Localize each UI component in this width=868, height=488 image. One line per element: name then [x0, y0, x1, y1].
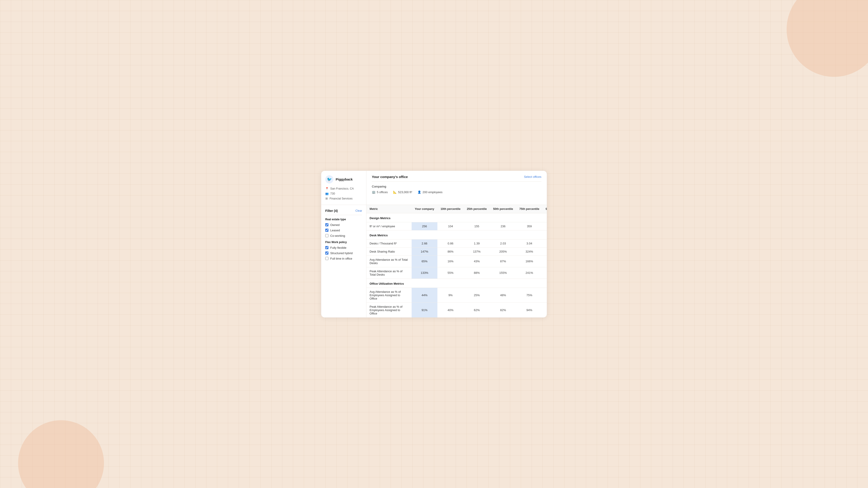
- company-location: San Francisco, CA: [330, 187, 354, 190]
- p25-cell: 43%: [464, 256, 490, 267]
- p50-cell: 155%: [490, 267, 516, 279]
- table-section-header: Desk Metrics: [366, 230, 547, 239]
- employees-row: 👥 730: [325, 192, 362, 195]
- your-company-cell: 91%: [412, 302, 437, 318]
- fully-flexible-checkbox-item[interactable]: Fully flexible: [325, 246, 362, 250]
- p25-cell: 137%: [464, 248, 490, 256]
- section-title: Desk Metrics: [366, 230, 547, 239]
- table-row: Avg Attendance as % of Employees Assigne…: [366, 288, 547, 302]
- flex-work-filter-group: Flex Work policy Fully flexible Structur…: [325, 240, 362, 260]
- flex-work-label: Flex Work policy: [325, 240, 362, 244]
- fully-flexible-label: Fully flexible: [330, 246, 346, 250]
- p75-cell: 359: [516, 222, 542, 230]
- industry-row: 🏛 Financial Services: [325, 197, 362, 200]
- p75-cell: 241%: [516, 267, 542, 279]
- p90-cell: 477%: [542, 248, 547, 256]
- p10-cell: 0.86: [437, 239, 464, 248]
- p25-cell: 155: [464, 222, 490, 230]
- your-company-cell: 44%: [412, 288, 437, 302]
- sqft-value: 523,000 ft²: [398, 191, 412, 194]
- p10-cell: 40%: [437, 302, 464, 318]
- p50-cell: 48%: [490, 288, 516, 302]
- p25-cell: 62%: [464, 302, 490, 318]
- location-icon: 📍: [325, 187, 329, 190]
- filter-sidebar: Filter (4) Clear Real estate type Owned …: [321, 205, 366, 318]
- metric-cell: Peak Attendance as % of Total Desks: [366, 267, 412, 279]
- company-employees: 730: [330, 192, 335, 195]
- clear-button[interactable]: Clear: [355, 209, 362, 213]
- metric-cell: Peak Attendance as % of Employees Assign…: [366, 302, 412, 318]
- real-estate-filter-group: Real estate type Owned Leased Co-working: [325, 218, 362, 237]
- p50-cell: 205%: [490, 248, 516, 256]
- p90-cell: 562: [542, 222, 547, 230]
- p90-cell: 4.88: [542, 239, 547, 248]
- owned-checkbox[interactable]: [325, 223, 329, 226]
- metrics-table: Metric Your company 10th percentile 25th…: [366, 205, 547, 318]
- employees-icon: 👥: [325, 192, 329, 195]
- filter-header: Filter (4) Clear: [325, 209, 362, 215]
- bg-decoration-bottom-left: [18, 420, 104, 488]
- company-name: Piggyback: [336, 177, 352, 181]
- bottom-section: Filter (4) Clear Real estate type Owned …: [321, 205, 547, 318]
- p10-cell: 9%: [437, 288, 464, 302]
- p10-cell: 86%: [437, 248, 464, 256]
- p75-cell: 324%: [516, 248, 542, 256]
- leased-checkbox[interactable]: [325, 229, 329, 232]
- structured-hybrid-checkbox-item[interactable]: Structured hybrid: [325, 252, 362, 255]
- leased-label: Leased: [330, 229, 340, 232]
- industry-icon: 🏛: [325, 197, 328, 200]
- p10-cell: 55%: [437, 267, 464, 279]
- p90-cell: 98%: [542, 302, 547, 318]
- section-title: Office Utilization Metrics: [366, 279, 547, 288]
- p50-cell: 2.03: [490, 239, 516, 248]
- company-logo: 🐦: [325, 175, 333, 184]
- sqft-icon: 📐: [393, 191, 397, 194]
- table-header-row: Metric Your company 10th percentile 25th…: [366, 205, 547, 213]
- p25-cell: 1.39: [464, 239, 490, 248]
- company-header: 🐦 Piggyback: [325, 175, 362, 184]
- table-row: Desk Sharing Ratio147%86%137%205%324%477…: [366, 248, 547, 256]
- structured-hybrid-checkbox[interactable]: [325, 252, 329, 255]
- your-company-cell: 2.66: [412, 239, 437, 248]
- leased-checkbox-item[interactable]: Leased: [325, 229, 362, 232]
- table-body: Design Metricsft² or m² / employee256104…: [366, 213, 547, 318]
- your-company-cell: 133%: [412, 267, 437, 279]
- table-row: ft² or m² / employee256104155236359562: [366, 222, 547, 230]
- p75-cell: 94%: [516, 302, 542, 318]
- metric-cell: Avg Attendance as % of Employees Assigne…: [366, 288, 412, 302]
- select-offices-link[interactable]: Select offices: [524, 175, 541, 178]
- coworking-checkbox[interactable]: [325, 234, 329, 237]
- p90-cell: 266%: [542, 256, 547, 267]
- employees-stat-value: 200 employees: [423, 191, 442, 194]
- p25-cell: 25%: [464, 288, 490, 302]
- coworking-checkbox-item[interactable]: Co-working: [325, 234, 362, 237]
- full-time-checkbox-item[interactable]: Full time in office: [325, 257, 362, 260]
- table-section-header: Office Utilization Metrics: [366, 279, 547, 288]
- col-p50: 50th percentile: [490, 205, 516, 213]
- table-row: Peak Attendance as % of Employees Assign…: [366, 302, 547, 318]
- comparing-label: Comparing: [372, 185, 541, 188]
- full-time-checkbox[interactable]: [325, 257, 329, 260]
- col-p10: 10th percentile: [437, 205, 464, 213]
- owned-label: Owned: [330, 223, 340, 227]
- offices-icon: 🏢: [372, 191, 375, 194]
- sqft-stat: 📐 523,000 ft²: [393, 191, 412, 194]
- offices-stat: 🏢 5 offices: [372, 191, 388, 194]
- structured-hybrid-label: Structured hybrid: [330, 252, 352, 255]
- metric-cell: Desks / Thousand ft²: [366, 239, 412, 248]
- company-industry: Financial Services: [330, 197, 352, 200]
- owned-checkbox-item[interactable]: Owned: [325, 223, 362, 227]
- p50-cell: 82%: [490, 302, 516, 318]
- section-title: Design Metrics: [366, 213, 547, 222]
- comparing-stats: 🏢 5 offices 📐 523,000 ft² 👤 200 employee…: [372, 191, 541, 194]
- location-row: 📍 San Francisco, CA: [325, 187, 362, 190]
- office-panel: Your company's office Select offices Com…: [366, 171, 547, 205]
- p10-cell: 104: [437, 222, 464, 230]
- col-your-company: Your company: [412, 205, 437, 213]
- col-metric: Metric: [366, 205, 412, 213]
- fully-flexible-checkbox[interactable]: [325, 246, 329, 249]
- employees-stat: 👤 200 employees: [417, 191, 442, 194]
- your-company-cell: 147%: [412, 248, 437, 256]
- col-p90: 90th percentile: [542, 205, 547, 213]
- filter-title: Filter (4): [325, 209, 338, 213]
